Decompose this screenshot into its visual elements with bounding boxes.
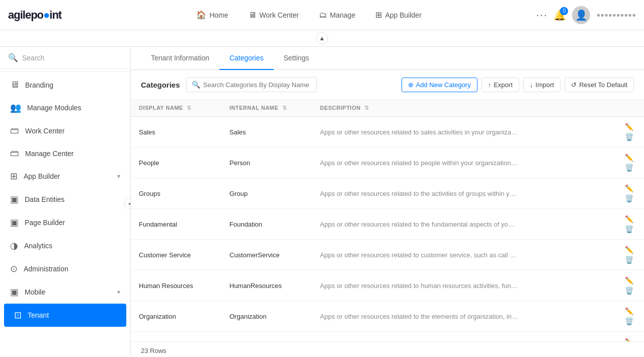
sidebar-item-tenant[interactable]: ⊡ Tenant [4,304,126,327]
sidebar-item-mobile[interactable]: ▣ Mobile ▾ [0,280,130,304]
sidebar-item-branding[interactable]: 🖥 Branding [0,74,130,96]
sidebar-search[interactable]: 🔍 Search [0,47,130,69]
nav-manage-label: Manage [330,11,356,19]
export-icon: ↑ [488,81,492,89]
notification-badge: 0 [560,7,568,15]
sidebar-item-label: Analytics [24,242,120,250]
delete-button[interactable]: 🗑️ [623,163,635,173]
tab-tenant-information[interactable]: Tenant Information [141,47,219,70]
notification-button[interactable]: 🔔 0 [553,9,566,21]
table-row: Human Resources HumanResources Apps or o… [131,270,644,301]
cell-actions: ✏️ 🗑️ [614,148,644,178]
cell-internal-name: Person [221,148,312,178]
more-options-button[interactable]: ··· [536,9,548,21]
row-count-label: 23 Rows [141,347,167,354]
categories-search-input[interactable] [203,81,311,89]
cell-display-name: Projects [131,332,221,342]
nav-appbuilder-label: App Builder [385,11,421,19]
nav-home[interactable]: 🏠 Home [188,6,236,24]
sidebar-item-label: Tenant [28,311,116,319]
sidebar-item-page-builder[interactable]: ▣ Page Builder [0,211,130,234]
edit-button[interactable]: ✏️ [623,306,635,316]
edit-button[interactable]: ✏️ [623,214,635,224]
delete-button[interactable]: 🗑️ [623,285,635,296]
cell-display-name: People [131,148,221,178]
appbuilder-icon: ⊞ [375,10,382,20]
nav-manage[interactable]: 🗂 Manage [311,7,364,24]
sidebar-item-administration[interactable]: ⊙ Administration [0,257,130,280]
delete-button[interactable]: 🗑️ [623,224,635,234]
edit-button[interactable]: ✏️ [623,275,635,285]
cell-actions: ✏️ 🗑️ [614,240,644,270]
chevron-down-icon: ▾ [117,173,120,180]
workcenter-icon: 🗃 [10,125,19,136]
cell-actions: ✏️ 🗑️ [614,270,644,301]
table-row: Sales Sales Apps or other resources rela… [131,117,644,148]
pagebuilder-icon: ▣ [10,217,19,228]
edit-button[interactable]: ✏️ [623,245,635,255]
cell-internal-name: Project [221,332,312,342]
sidebar-item-label: Data Entities [25,195,120,203]
table-row: Organization Organization Apps or other … [131,301,644,332]
avatar[interactable]: 👤 [572,6,590,24]
top-navigation: agilepo●int 🏠 Home 🖥 Work Center 🗂 Manag… [0,0,644,30]
sidebar-item-work-center[interactable]: 🗃 Work Center [0,119,130,142]
tab-categories[interactable]: Categories [219,47,274,70]
col-header-display-name[interactable]: DISPLAY NAME ⇅ [131,100,221,117]
cell-actions: ✏️ 🗑️ [614,178,644,209]
export-button[interactable]: ↑ Export [481,78,519,92]
add-icon: ⊕ [408,81,414,89]
categories-title: Categories [141,81,180,89]
delete-button[interactable]: 🗑️ [623,255,635,265]
cell-description: Apps or other resources related to human… [312,270,614,301]
cell-internal-name: Organization [221,301,312,332]
sidebar-item-data-entities[interactable]: ▣ Data Entities [0,188,130,211]
modules-icon: 👥 [10,102,21,113]
col-header-description[interactable]: DESCRIPTION ⇅ [312,100,614,117]
sidebar-item-label: Manage Center [25,150,120,158]
table-header-row: DISPLAY NAME ⇅ INTERNAL NAME ⇅ DESCRIPTI… [131,100,644,117]
logo[interactable]: agilepo●int [8,9,61,22]
branding-icon: 🖥 [10,80,19,90]
cell-actions: ✏️ 🗑️ [614,301,644,332]
sidebar-item-label: Mobile [25,288,111,296]
sidebar-item-manage-center[interactable]: 🗃 Manage Center [0,142,130,165]
sidebar-item-analytics[interactable]: ◑ Analytics [0,234,130,257]
appbuilder-icon: ⊞ [10,171,18,182]
categories-table: DISPLAY NAME ⇅ INTERNAL NAME ⇅ DESCRIPTI… [131,100,644,341]
tab-settings[interactable]: Settings [274,47,319,70]
analytics-icon: ◑ [10,240,18,251]
categories-search-box[interactable]: 🔍 [186,77,317,92]
add-new-category-button[interactable]: ⊕ Add New Category [401,78,477,92]
sidebar-item-label: Administration [24,265,120,273]
search-icon: 🔍 [8,53,18,62]
nav-home-label: Home [209,11,228,19]
cell-display-name: Sales [131,117,221,148]
reset-to-default-button[interactable]: ↺ Reset To Default [565,78,634,92]
cell-display-name: Customer Service [131,240,221,270]
edit-button[interactable]: ✏️ [623,122,635,132]
edit-button[interactable]: ✏️ [623,153,635,163]
delete-button[interactable]: 🗑️ [623,132,635,142]
sidebar-item-app-builder[interactable]: ⊞ App Builder ▾ [0,165,130,188]
sidebar-item-label: Manage Modules [27,104,120,112]
edit-button[interactable]: ✏️ [623,337,635,341]
home-icon: 🏠 [196,10,206,20]
sidebar-item-manage-modules[interactable]: 👥 Manage Modules [0,96,130,119]
cell-internal-name: Group [221,178,312,209]
delete-button[interactable]: 🗑️ [623,193,635,203]
cell-description: Apps or other resources related to speci… [312,332,614,342]
delete-button[interactable]: 🗑️ [623,316,635,326]
col-header-internal-name[interactable]: INTERNAL NAME ⇅ [221,100,312,117]
nav-app-builder[interactable]: ⊞ App Builder [367,6,429,24]
sidebar: 🔍 Search 🖥 Branding 👥 Manage Modules 🗃 W… [0,47,131,357]
nav-work-center[interactable]: 🖥 Work Center [240,7,307,24]
main-content: Tenant Information Categories Settings C… [131,47,644,357]
collapse-bar: ▲ [0,30,644,47]
cell-description: Apps or other resources related to custo… [312,240,614,270]
import-button[interactable]: ↓ Import [523,78,560,92]
cell-internal-name: HumanResources [221,270,312,301]
categories-table-container: DISPLAY NAME ⇅ INTERNAL NAME ⇅ DESCRIPTI… [131,100,644,341]
edit-button[interactable]: ✏️ [623,183,635,193]
collapse-nav-button[interactable]: ▲ [316,32,328,44]
